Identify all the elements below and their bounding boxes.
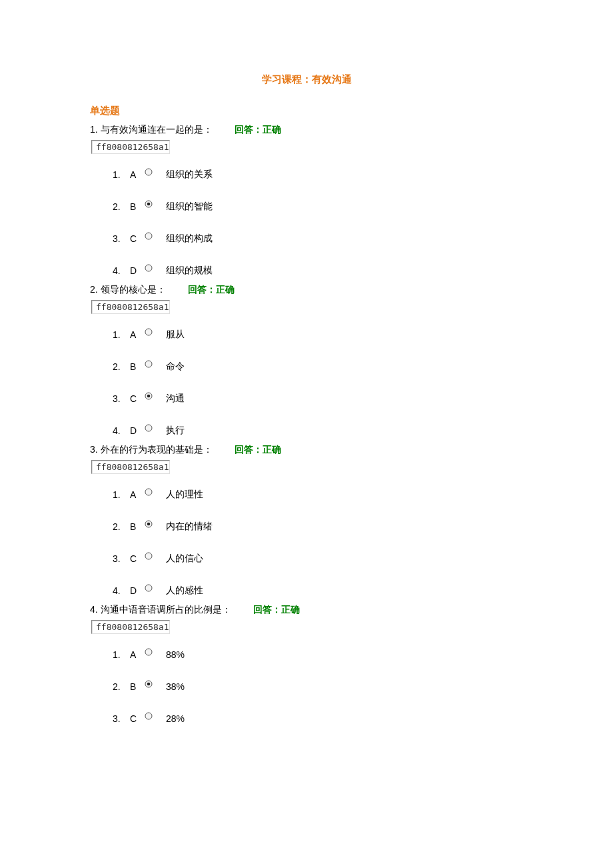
radio-unselected-icon[interactable] <box>145 584 153 592</box>
option-number: 3. <box>113 553 130 564</box>
option-number: 4. <box>113 585 130 596</box>
svg-point-4 <box>145 265 152 271</box>
option-text: 组织的构成 <box>166 233 213 245</box>
option-text: 人的感性 <box>166 585 203 597</box>
course-title: 学习课程：有效沟通 <box>90 73 523 86</box>
svg-point-3 <box>145 233 152 239</box>
radio-selected-icon[interactable] <box>145 680 153 688</box>
option-letter: C <box>130 233 145 244</box>
code-box: ff8080812658a1 <box>91 460 170 474</box>
radio-unselected-icon[interactable] <box>145 264 153 272</box>
radio-selected-icon[interactable] <box>145 520 153 528</box>
option-row[interactable]: 3. C 人的信心 <box>113 552 523 565</box>
option-text: 沟通 <box>166 393 185 405</box>
radio-selected-icon[interactable] <box>145 200 153 208</box>
option-number: 1. <box>113 489 130 500</box>
radio-unselected-icon[interactable] <box>145 488 153 496</box>
svg-point-9 <box>145 425 152 431</box>
radio-holder[interactable] <box>145 680 162 688</box>
option-number: 1. <box>113 169 130 180</box>
answer-status: 回答：正确 <box>253 604 300 615</box>
options-list: 1. A 服从 2. B 命令 3. C 沟通 4. D 执行 <box>113 328 523 437</box>
svg-point-10 <box>145 489 152 495</box>
option-text: 人的理性 <box>166 489 203 501</box>
option-number: 1. <box>113 329 130 340</box>
radio-holder[interactable] <box>145 392 162 400</box>
option-letter: C <box>130 713 145 724</box>
option-text: 88% <box>166 649 185 660</box>
page-container: 学习课程：有效沟通 单选题 1. 与有效沟通连在一起的是： 回答：正确 ff80… <box>0 0 613 759</box>
svg-point-6 <box>145 361 152 367</box>
question-number: 3. <box>90 444 101 455</box>
option-number: 3. <box>113 393 130 404</box>
option-row[interactable]: 1. A 88% <box>113 648 523 661</box>
option-text: 组织的规模 <box>166 265 213 277</box>
option-number: 2. <box>113 521 130 532</box>
radio-holder[interactable] <box>145 520 162 528</box>
radio-unselected-icon[interactable] <box>145 648 153 656</box>
option-row[interactable]: 4. D 组织的规模 <box>113 264 523 277</box>
option-letter: D <box>130 265 145 276</box>
radio-holder[interactable] <box>145 328 162 336</box>
option-row[interactable]: 1. A 人的理性 <box>113 488 523 501</box>
radio-unselected-icon[interactable] <box>145 424 153 432</box>
option-row[interactable]: 3. C 组织的构成 <box>113 232 523 245</box>
question-block: 3. 外在的行为表现的基础是： 回答：正确 ff8080812658a1 1. … <box>90 444 523 597</box>
svg-point-5 <box>145 329 152 335</box>
option-row[interactable]: 3. C 28% <box>113 712 523 725</box>
option-row[interactable]: 4. D 人的感性 <box>113 584 523 597</box>
option-letter: B <box>130 361 145 372</box>
option-row[interactable]: 1. A 服从 <box>113 328 523 341</box>
radio-holder[interactable] <box>145 200 162 208</box>
options-list: 1. A 组织的关系 2. B 组织的智能 3. C 组织的构成 4. D 组织… <box>113 168 523 277</box>
radio-holder[interactable] <box>145 488 162 496</box>
option-row[interactable]: 3. C 沟通 <box>113 392 523 405</box>
radio-holder[interactable] <box>145 648 162 656</box>
option-text: 38% <box>166 681 185 692</box>
answer-status: 回答：正确 <box>235 444 281 455</box>
radio-holder[interactable] <box>145 232 162 240</box>
question-block: 4. 沟通中语音语调所占的比例是： 回答：正确 ff8080812658a1 1… <box>90 604 523 725</box>
radio-holder[interactable] <box>145 552 162 560</box>
svg-point-17 <box>147 683 151 686</box>
radio-unselected-icon[interactable] <box>145 712 153 720</box>
option-text: 组织的智能 <box>166 201 213 213</box>
option-row[interactable]: 2. B 内在的情绪 <box>113 520 523 533</box>
radio-unselected-icon[interactable] <box>145 168 153 176</box>
radio-unselected-icon[interactable] <box>145 328 153 336</box>
option-row[interactable]: 2. B 组织的智能 <box>113 200 523 213</box>
radio-holder[interactable] <box>145 712 162 720</box>
option-text: 人的信心 <box>166 553 203 565</box>
question-number: 2. <box>90 284 101 295</box>
svg-point-12 <box>147 523 151 526</box>
option-letter: A <box>130 649 145 660</box>
option-row[interactable]: 2. B 38% <box>113 680 523 693</box>
radio-selected-icon[interactable] <box>145 392 153 400</box>
radio-holder[interactable] <box>145 264 162 272</box>
option-row[interactable]: 2. B 命令 <box>113 360 523 373</box>
question-line: 2. 领导的核心是： 回答：正确 <box>90 284 523 296</box>
option-row[interactable]: 1. A 组织的关系 <box>113 168 523 181</box>
radio-holder[interactable] <box>145 168 162 176</box>
option-letter: B <box>130 681 145 692</box>
radio-unselected-icon[interactable] <box>145 552 153 560</box>
radio-unselected-icon[interactable] <box>145 232 153 240</box>
option-number: 2. <box>113 361 130 372</box>
radio-holder[interactable] <box>145 360 162 368</box>
question-text: 领导的核心是： <box>101 284 166 295</box>
option-letter: D <box>130 425 145 436</box>
radio-holder[interactable] <box>145 584 162 592</box>
question-line: 4. 沟通中语音语调所占的比例是： 回答：正确 <box>90 604 523 616</box>
question-text: 外在的行为表现的基础是： <box>101 444 213 455</box>
option-row[interactable]: 4. D 执行 <box>113 424 523 437</box>
option-letter: B <box>130 201 145 212</box>
questions-list: 1. 与有效沟通连在一起的是： 回答：正确 ff8080812658a1 1. … <box>90 124 523 725</box>
radio-unselected-icon[interactable] <box>145 360 153 368</box>
option-text: 内在的情绪 <box>166 521 213 533</box>
answer-status: 回答：正确 <box>235 124 281 135</box>
options-list: 1. A 人的理性 2. B 内在的情绪 3. C 人的信心 4. D 人的感性 <box>113 488 523 597</box>
question-text: 与有效沟通连在一起的是： <box>101 124 213 135</box>
radio-holder[interactable] <box>145 424 162 432</box>
question-number: 4. <box>90 604 101 615</box>
question-number: 1. <box>90 124 101 135</box>
